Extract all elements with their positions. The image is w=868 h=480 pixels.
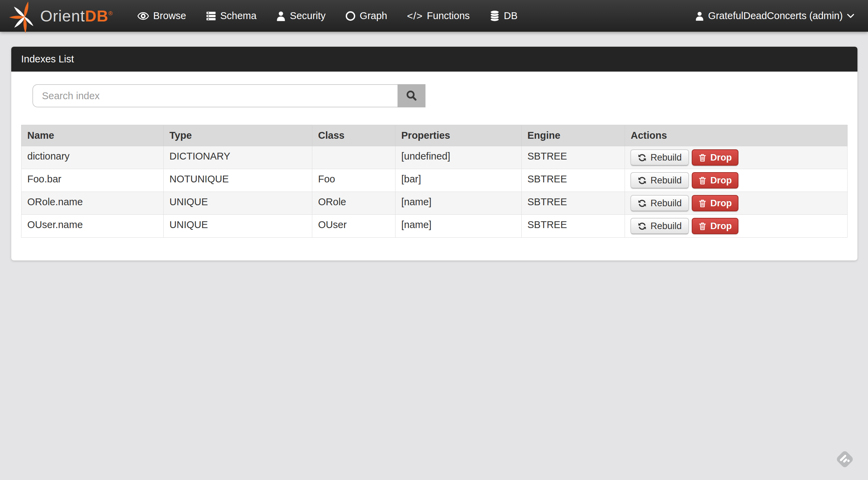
refresh-icon xyxy=(638,153,647,162)
cell-properties: [undefined] xyxy=(395,146,522,169)
refresh-icon xyxy=(638,222,647,231)
panel-header: Indexes List xyxy=(11,47,857,72)
rebuild-button-label: Rebuild xyxy=(650,198,682,209)
code-icon: </> xyxy=(407,10,423,22)
cell-class: ORole xyxy=(312,192,395,215)
cell-engine: SBTREE xyxy=(522,146,625,169)
rebuild-button-label: Rebuild xyxy=(650,175,682,186)
panel-body: Name Type Class Properties Engine Action… xyxy=(11,72,857,260)
nav-label: Browse xyxy=(153,10,186,21)
cell-engine: SBTREE xyxy=(522,192,625,215)
indexes-table: Name Type Class Properties Engine Action… xyxy=(21,125,848,238)
brand-db: DB xyxy=(85,7,108,25)
drop-button[interactable]: Drop xyxy=(692,172,738,189)
orientdb-studio: { "navbar": { "brand": { "orient": "Orie… xyxy=(0,0,868,480)
chevron-down-icon xyxy=(847,14,854,18)
rebuild-button[interactable]: Rebuild xyxy=(630,195,689,211)
refresh-icon xyxy=(638,199,647,208)
nav-item-functions[interactable]: </> Functions xyxy=(407,10,470,22)
table-header: Name Type Class Properties Engine Action… xyxy=(21,125,848,146)
user-icon xyxy=(695,11,704,21)
cell-actions: Rebuild Drop xyxy=(625,169,848,192)
main-nav: Browse Schema Securi xyxy=(137,10,537,22)
cell-properties: [bar] xyxy=(395,169,522,192)
nav-item-db[interactable]: DB xyxy=(490,10,518,22)
cell-type: NOTUNIQUE xyxy=(164,169,312,192)
cell-class: OUser xyxy=(312,215,395,238)
column-header-class: Class xyxy=(312,125,395,146)
search-button[interactable] xyxy=(398,84,425,107)
nav-label: Security xyxy=(290,10,326,21)
cell-type: UNIQUE xyxy=(164,215,312,238)
drop-button-label: Drop xyxy=(710,221,732,231)
nav-item-security[interactable]: Security xyxy=(276,10,326,21)
magnifier-icon xyxy=(405,90,418,102)
nav-label: Schema xyxy=(220,10,256,21)
cell-class xyxy=(312,146,395,169)
column-header-name: Name xyxy=(21,125,164,146)
user-icon xyxy=(276,11,286,21)
top-navbar: OrientDB® Browse S xyxy=(0,0,868,32)
corner-extension-badge[interactable] xyxy=(835,449,854,470)
rebuild-button-label: Rebuild xyxy=(650,152,682,163)
nav-label: Functions xyxy=(427,10,470,21)
cell-engine: SBTREE xyxy=(522,169,625,192)
indexes-panel: Indexes List Name Type Class Properties … xyxy=(11,47,857,260)
cell-actions: Rebuild Drop xyxy=(625,192,848,215)
table-row: dictionary DICTIONARY [undefined] SBTREE… xyxy=(21,146,848,169)
user-menu-label: GratefulDeadConcerts (admin) xyxy=(708,10,843,21)
nav-item-schema[interactable]: Schema xyxy=(206,10,256,21)
refresh-icon xyxy=(638,176,647,185)
table-body: dictionary DICTIONARY [undefined] SBTREE… xyxy=(21,146,848,238)
table-row: Foo.bar NOTUNIQUE Foo [bar] SBTREE Rebui… xyxy=(21,169,848,192)
orientdb-logo[interactable]: OrientDB® xyxy=(9,0,113,32)
drop-button-label: Drop xyxy=(710,152,732,163)
trash-icon xyxy=(698,153,707,162)
cell-type: DICTIONARY xyxy=(164,146,312,169)
trash-icon xyxy=(698,222,707,231)
drop-button[interactable]: Drop xyxy=(692,195,738,211)
column-header-engine: Engine xyxy=(522,125,625,146)
cell-name: OUser.name xyxy=(21,215,164,238)
rebuild-button[interactable]: Rebuild xyxy=(630,218,689,234)
diamond-stripes-icon xyxy=(835,449,854,470)
drop-button[interactable]: Drop xyxy=(692,149,738,166)
cell-actions: Rebuild Drop xyxy=(625,215,848,238)
table-row: ORole.name UNIQUE ORole [name] SBTREE Re… xyxy=(21,192,848,215)
cell-properties: [name] xyxy=(395,215,522,238)
cell-name: dictionary xyxy=(21,146,164,169)
cell-actions: Rebuild Drop xyxy=(625,146,848,169)
brand-text: OrientDB® xyxy=(40,7,113,25)
drop-button-label: Drop xyxy=(710,198,732,209)
nav-item-browse[interactable]: Browse xyxy=(137,10,186,21)
trash-icon xyxy=(698,199,707,208)
drop-button[interactable]: Drop xyxy=(692,218,738,234)
cell-name: ORole.name xyxy=(21,192,164,215)
database-icon xyxy=(490,10,500,22)
nav-label: DB xyxy=(504,10,518,21)
trash-icon xyxy=(698,176,707,185)
table-row: OUser.name UNIQUE OUser [name] SBTREE Re… xyxy=(21,215,848,238)
orientdb-starburst-icon xyxy=(9,0,38,36)
rebuild-button[interactable]: Rebuild xyxy=(630,149,689,166)
brand-registered-mark: ® xyxy=(108,10,113,17)
column-header-actions: Actions xyxy=(625,125,848,146)
cell-class: Foo xyxy=(312,169,395,192)
circle-icon xyxy=(345,11,356,21)
cell-type: UNIQUE xyxy=(164,192,312,215)
nav-item-graph[interactable]: Graph xyxy=(345,10,387,21)
cell-name: Foo.bar xyxy=(21,169,164,192)
search-input[interactable] xyxy=(32,84,398,107)
page-title: Indexes List xyxy=(21,54,74,65)
column-header-type: Type xyxy=(164,125,312,146)
brand-orient: Orient xyxy=(40,7,85,25)
rebuild-button-label: Rebuild xyxy=(650,221,682,231)
user-menu[interactable]: GratefulDeadConcerts (admin) xyxy=(695,10,854,21)
eye-icon xyxy=(137,12,149,20)
rebuild-button[interactable]: Rebuild xyxy=(630,172,689,189)
nav-label: Graph xyxy=(360,10,387,21)
cell-engine: SBTREE xyxy=(522,215,625,238)
cell-properties: [name] xyxy=(395,192,522,215)
column-header-properties: Properties xyxy=(395,125,522,146)
drop-button-label: Drop xyxy=(710,175,732,186)
